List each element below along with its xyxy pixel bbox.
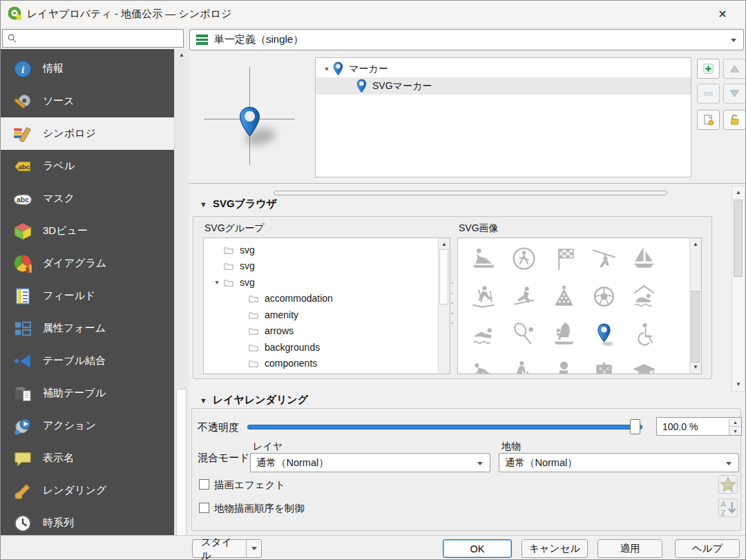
scroll-down-icon[interactable]: ▼ (732, 380, 745, 389)
symbol-tree-row[interactable]: SVGマーカー (316, 77, 691, 95)
cancel-button[interactable]: キャンセル (522, 539, 588, 558)
scroll-up-icon[interactable]: ▲ (175, 51, 189, 59)
style-button[interactable]: スタイル (192, 539, 262, 558)
svg-image-windsurfing[interactable] (544, 316, 584, 354)
style-dropdown-arrow[interactable] (246, 540, 261, 557)
svg-group-row[interactable]: backgrounds (204, 339, 450, 356)
layer-rendering-section-header[interactable]: ▼ レイヤレンダリング (200, 394, 308, 407)
sidebar-item-mask[interactable]: abcマスク (1, 182, 174, 215)
svg-group-row[interactable]: svg (204, 258, 450, 275)
sidebar-item-form[interactable]: 属性フォーム (1, 312, 174, 345)
sidebar-item-label: ダイアグラム (43, 257, 106, 270)
add-symbol-layer-button[interactable] (697, 59, 720, 79)
draw-effects-checkbox[interactable] (199, 479, 209, 490)
svg-image-zipline[interactable] (584, 240, 624, 278)
scroll-up-icon[interactable]: ▲ (439, 240, 450, 249)
scrollbar-thumb[interactable] (439, 249, 448, 305)
svg-group-row[interactable]: svg (204, 242, 450, 258)
scroll-up-icon[interactable]: ▲ (690, 240, 701, 249)
svg-image-cross-country-skiing[interactable] (463, 278, 504, 316)
opacity-slider-handle[interactable] (630, 419, 640, 434)
diagrams-icon (12, 253, 33, 274)
opacity-label: 不透明度 (198, 421, 239, 434)
sidebar-item-auxstorage[interactable]: 補助テーブル (1, 377, 174, 409)
sidebar-item-joins[interactable]: テーブル結合 (1, 345, 174, 377)
move-down-button[interactable] (723, 84, 746, 104)
svg-group-row[interactable]: crosses (204, 371, 450, 374)
lock-color-button[interactable] (723, 110, 746, 130)
toddler-icon (550, 358, 578, 374)
renderer-combobox[interactable]: 単一定義（single） (189, 29, 744, 50)
sidebar-item-displayname[interactable]: 表示名 (1, 442, 174, 474)
symbol-tree-row[interactable]: ▾マーカー (316, 60, 691, 77)
opacity-spinbox[interactable]: 100.0 % ▲▼ (656, 417, 742, 436)
sidebar-item-diagrams[interactable]: ダイアグラム (1, 247, 174, 280)
opacity-slider-track[interactable] (247, 425, 642, 429)
ok-button[interactable]: OK (443, 539, 512, 558)
svg-image-finish-flag[interactable] (544, 240, 584, 278)
sidebar-scrollbar[interactable]: ▲ ▼ (174, 49, 189, 560)
svg-group-row[interactable]: accommodation (204, 291, 450, 307)
svg-group-row[interactable]: arrows (204, 323, 450, 340)
svg-group-label: components (265, 358, 317, 369)
scrollbar-thumb[interactable] (734, 200, 743, 277)
tree-expander-icon[interactable]: ▾ (211, 278, 223, 286)
svg-browser-section-header[interactable]: ▼ SVGブラウザ (200, 197, 277, 211)
duplicate-symbol-layer-button[interactable] (697, 110, 720, 130)
svg-text:abc: abc (17, 195, 29, 204)
effects-options-button[interactable] (718, 475, 738, 494)
search-input[interactable] (20, 29, 183, 48)
apply-button[interactable]: 適用 (597, 539, 662, 558)
sidebar-item-actions[interactable]: アクション (1, 409, 174, 442)
svg-image-blind-walking[interactable] (504, 354, 544, 374)
svg-image-abc-sign[interactable]: abc (584, 354, 624, 374)
svg-group-row[interactable]: ▾svg (204, 274, 450, 291)
spin-up-icon[interactable]: ▲ (729, 418, 741, 427)
sidebar-item-symbology[interactable]: シンボロジ (1, 117, 174, 150)
scroll-down-icon[interactable]: ▼ (690, 363, 701, 371)
feature-order-checkbox[interactable] (199, 503, 209, 513)
sidebar-scrollbar-thumb[interactable] (176, 389, 186, 560)
sidebar-item-fields[interactable]: フィールド (1, 280, 174, 312)
symbol-layer-tree: ▾マーカーSVGマーカー (315, 57, 691, 177)
svg-image-jet-ski[interactable] (463, 240, 504, 278)
sidebar-item-temporal[interactable]: 時系列 (1, 507, 174, 539)
main-scrollbar[interactable]: ▲ ▼ (731, 186, 745, 392)
svg-image-tennis[interactable] (504, 316, 544, 354)
feature-order-options-button[interactable]: AZ (718, 499, 738, 517)
sidebar-item-labels[interactable]: abcラベル (1, 150, 174, 182)
svg-image-climbing-net[interactable] (544, 278, 584, 316)
help-button[interactable]: ヘルプ (675, 539, 740, 558)
svg-image-toddler[interactable] (544, 354, 584, 374)
spin-down-icon[interactable]: ▼ (729, 427, 741, 435)
move-up-button[interactable] (723, 59, 746, 79)
svg-image-wheelchair-access[interactable] (624, 316, 664, 354)
scroll-up-icon[interactable]: ▲ (732, 189, 745, 197)
sidebar-item-info[interactable]: i情報 (1, 52, 174, 85)
svg-image-indoor-swimming[interactable] (624, 278, 664, 316)
layer-blend-combobox[interactable]: 通常（Normal） (250, 453, 490, 472)
svg-group-row[interactable]: components (204, 356, 450, 372)
sidebar-item-label: アクション (43, 419, 96, 432)
tree-expander-icon[interactable]: ▾ (321, 65, 332, 73)
svg-image-skater-circle[interactable] (504, 240, 544, 278)
panel-splitter[interactable] (450, 282, 455, 324)
svg-image-wheelchair-racing[interactable] (463, 354, 504, 374)
svg-images-scrollbar[interactable]: ▲ ▼ (689, 238, 701, 374)
svg-image-swimming[interactable] (463, 316, 504, 354)
feature-blend-combobox[interactable]: 通常（Normal） (499, 453, 739, 472)
svg-group-row[interactable]: amenity (204, 307, 450, 323)
svg-image-soccer[interactable] (584, 278, 624, 316)
svg-image-sailing[interactable] (624, 240, 664, 278)
svg-image-graduation-cap[interactable] (624, 354, 664, 374)
sidebar-item-source[interactable]: ソース (1, 85, 174, 117)
scrollbar-thumb[interactable] (691, 291, 700, 363)
sidebar-item-view3d[interactable]: 3Dビュー (1, 215, 174, 247)
svg-group-scrollbar[interactable]: ▲ (438, 238, 450, 374)
svg-image-snowboarding[interactable] (504, 278, 544, 316)
remove-symbol-layer-button[interactable] (697, 84, 720, 104)
close-button[interactable]: ✕ (707, 3, 738, 25)
spin-buttons[interactable]: ▲▼ (729, 418, 741, 435)
svg-image-map-pin[interactable] (584, 316, 624, 354)
sidebar-item-rendering[interactable]: レンダリング (1, 474, 174, 507)
